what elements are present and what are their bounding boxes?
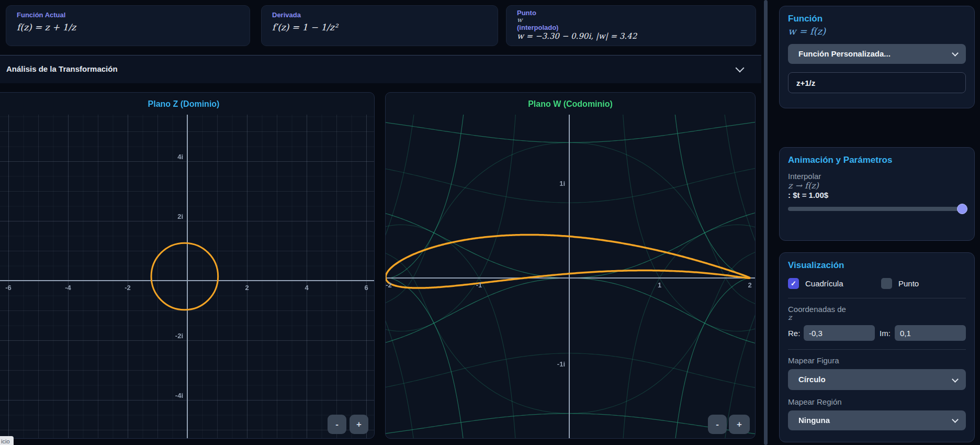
current-function-card: Función Actual f(z) = z + 1/z [6,5,250,46]
coords-variable: z [788,314,966,321]
map-region-label: Mapear Región [788,397,966,406]
plano-z-plot-canvas[interactable] [0,93,375,439]
point-variable: w [517,17,745,24]
plano-z-panel: Plano Z (Dominio) - + [0,92,375,439]
animation-card: Animación y Parámetros Interpolar z → f(… [779,147,975,241]
interpolate-label: Interpolar [788,172,966,181]
function-card-formula: w = f(z) [788,26,966,37]
re-input[interactable] [804,325,875,341]
map-region-select[interactable]: Ninguna [788,410,966,430]
current-function-formula: f(z) = z + 1/z [17,22,239,32]
chevron-down-icon [952,376,959,383]
chevron-down-icon [952,416,959,423]
function-card: Función w = f(z) Función Personalizada..… [779,6,975,108]
t-value-label: : $t = 1.00$ [788,191,966,199]
visualization-card: Visualización ✓ Cuadrícula Punto Coorden… [779,252,975,442]
map-figure-select-value: Círculo [798,369,826,390]
re-label: Re: [788,329,804,338]
map-figure-label: Mapear Figura [788,356,966,365]
zoom-out-button-z[interactable]: - [328,415,346,434]
derivative-card: Derivada f′(z) = 1 − 1/z² [261,5,498,46]
grid-checkbox-label: Cuadrícula [805,279,843,288]
zoom-in-button-w[interactable]: + [729,415,750,434]
point-card: Punto w (interpolado) w = −3.30 − 0.90i,… [506,5,756,46]
map-region-select-value: Ninguna [798,410,830,430]
plano-z-title: Plano Z (Dominio) [0,99,374,109]
divider [788,298,966,298]
animation-card-title: Animación y Parámetros [788,155,966,165]
point-label-2: (interpolado) [517,24,745,31]
point-label: Punto [517,9,745,17]
function-select-value: Función Personalizada... [798,44,891,64]
t-slider[interactable] [788,207,966,211]
plano-w-panel: Plano W (Codominio) - + [385,92,756,439]
zoom-out-button-w[interactable]: - [708,415,727,434]
visualization-card-title: Visualización [788,260,966,271]
derivative-formula: f′(z) = 1 − 1/z² [272,22,487,32]
interpolate-formula: z → f(z) [788,181,966,191]
point-checkbox[interactable] [881,278,892,289]
t-slider-thumb[interactable] [957,204,967,214]
coords-label: Coordenadas de [788,305,966,314]
point-checkbox-label: Punto [898,279,919,288]
grid-checkbox[interactable]: ✓ [788,278,799,289]
custom-function-input[interactable] [788,72,966,93]
im-label: Im: [880,329,895,338]
plano-w-plot-canvas[interactable] [386,93,756,439]
analysis-collapse-bar[interactable]: Análisis de la Transformación [0,55,761,83]
map-figure-select[interactable]: Círculo [788,369,966,390]
clipped-home-link[interactable]: icio [0,436,14,445]
analysis-title: Análisis de la Transformación [6,64,118,73]
im-input[interactable] [895,325,966,341]
derivative-label: Derivada [272,11,487,19]
plano-w-title: Plano W (Codominio) [386,99,755,109]
vertical-scrollbar[interactable] [764,0,768,445]
divider [788,349,966,350]
chevron-down-icon[interactable] [736,64,745,73]
zoom-in-button-z[interactable]: + [350,415,368,434]
point-formula: w = −3.30 − 0.90i, |w| = 3.42 [517,31,745,41]
function-card-title: Función [788,14,966,24]
chevron-down-icon [952,50,959,57]
function-select[interactable]: Función Personalizada... [788,44,966,64]
current-function-label: Función Actual [17,11,239,19]
